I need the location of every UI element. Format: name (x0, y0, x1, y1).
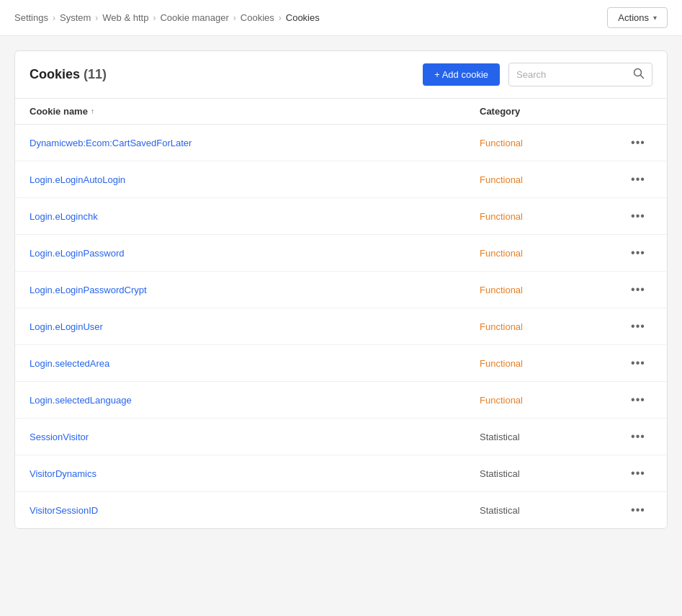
row-more-button[interactable]: ••• (627, 135, 650, 151)
row-more-button[interactable]: ••• (627, 171, 650, 187)
cookie-name-link[interactable]: Login.eLoginPasswordCrypt (30, 285, 147, 295)
card-count: (11) (84, 67, 107, 81)
cell-row-actions: ••• (624, 318, 652, 334)
add-cookie-button[interactable]: + Add cookie (423, 63, 500, 86)
column-name-label: Cookie name (30, 106, 88, 117)
cell-cookie-name: Dynamicweb:Ecom:CartSavedForLater (30, 138, 480, 148)
cell-row-actions: ••• (624, 429, 652, 445)
table-row: Login.selectedArea Functional ••• (15, 345, 667, 382)
cell-cookie-name: Login.eLoginPassword (30, 248, 480, 259)
row-more-button[interactable]: ••• (627, 465, 650, 481)
row-more-button[interactable]: ••• (627, 282, 650, 298)
cell-category: Functional (480, 174, 624, 185)
cell-category: Statistical (480, 505, 624, 516)
cookie-name-link[interactable]: VisitorSessionID (30, 505, 98, 516)
breadcrumb-cookies-parent[interactable]: Cookies (241, 12, 274, 23)
cell-cookie-name: SessionVisitor (30, 432, 480, 442)
search-button[interactable] (633, 68, 645, 81)
cookie-name-link[interactable]: Login.eLoginUser (30, 321, 103, 332)
card-title-text: Cookies (30, 67, 80, 81)
row-more-button[interactable]: ••• (627, 355, 650, 371)
row-more-button[interactable]: ••• (627, 392, 650, 408)
cell-category: Statistical (480, 432, 624, 442)
row-more-button[interactable]: ••• (627, 318, 650, 334)
chevron-down-icon: ▾ (653, 14, 657, 22)
actions-button[interactable]: Actions ▾ (607, 7, 668, 28)
search-input[interactable] (516, 69, 627, 80)
cell-row-actions: ••• (624, 208, 652, 224)
table-row: Login.selectedLanguage Functional ••• (15, 382, 667, 419)
cookie-name-link[interactable]: Login.selectedArea (30, 358, 109, 369)
cell-category: Functional (480, 138, 624, 148)
card-title: Cookies (11) (30, 67, 107, 82)
cell-cookie-name: Login.eLoginchk (30, 211, 480, 222)
cookies-card: Cookies (11) + Add cookie (14, 50, 668, 529)
breadcrumb-cookies-active: Cookies (286, 12, 320, 23)
column-header-category: Category (480, 106, 624, 117)
cell-category: Functional (480, 358, 624, 369)
cell-cookie-name: VisitorDynamics (30, 468, 480, 479)
breadcrumb-web-http[interactable]: Web & http (102, 12, 148, 23)
svg-line-1 (641, 76, 644, 79)
table-row: Login.eLoginPassword Functional ••• (15, 235, 667, 272)
cookie-name-link[interactable]: VisitorDynamics (30, 468, 97, 479)
breadcrumb-sep-3: › (153, 13, 156, 23)
cell-category: Functional (480, 211, 624, 222)
cell-cookie-name: Login.selectedLanguage (30, 395, 480, 406)
cell-category: Functional (480, 321, 624, 332)
cell-cookie-name: Login.selectedArea (30, 358, 480, 369)
breadcrumb-sep-4: › (233, 13, 236, 23)
cookie-name-link[interactable]: SessionVisitor (30, 432, 89, 442)
cell-category: Functional (480, 285, 624, 295)
search-icon (633, 68, 645, 81)
cell-category: Functional (480, 395, 624, 406)
column-header-name[interactable]: Cookie name ↑ (30, 106, 480, 117)
cell-row-actions: ••• (624, 502, 652, 518)
card-header: Cookies (11) + Add cookie (15, 51, 667, 99)
breadcrumb-system[interactable]: System (60, 12, 91, 23)
cookie-name-link[interactable]: Login.selectedLanguage (30, 395, 132, 406)
row-more-button[interactable]: ••• (627, 502, 650, 518)
table-header: Cookie name ↑ Category (15, 99, 667, 125)
breadcrumb-sep-2: › (95, 13, 98, 23)
cell-cookie-name: Login.eLoginUser (30, 321, 480, 332)
cell-category: Statistical (480, 468, 624, 479)
cookie-name-link[interactable]: Login.eLoginAutoLogin (30, 174, 125, 185)
row-more-button[interactable]: ••• (627, 245, 650, 261)
actions-label: Actions (618, 12, 649, 23)
row-more-button[interactable]: ••• (627, 429, 650, 445)
row-more-button[interactable]: ••• (627, 208, 650, 224)
cookie-name-link[interactable]: Login.eLoginchk (30, 211, 98, 222)
table-body: Dynamicweb:Ecom:CartSavedForLater Functi… (15, 125, 667, 528)
breadcrumb-settings[interactable]: Settings (14, 12, 48, 23)
search-wrapper (508, 63, 652, 86)
cell-row-actions: ••• (624, 171, 652, 187)
breadcrumb-sep-1: › (53, 13, 55, 23)
cell-row-actions: ••• (624, 465, 652, 481)
cookies-table: Cookie name ↑ Category Dynamicweb:Ecom:C… (15, 99, 667, 528)
cell-cookie-name: Login.eLoginAutoLogin (30, 174, 480, 185)
table-row: VisitorSessionID Statistical ••• (15, 492, 667, 528)
cell-cookie-name: Login.eLoginPasswordCrypt (30, 285, 480, 295)
table-row: Login.eLoginchk Functional ••• (15, 198, 667, 235)
sort-icon: ↑ (91, 107, 94, 115)
cell-cookie-name: VisitorSessionID (30, 505, 480, 516)
breadcrumb: Settings › System › Web & http › Cookie … (14, 12, 320, 23)
table-row: SessionVisitor Statistical ••• (15, 419, 667, 455)
breadcrumb-sep-5: › (279, 13, 282, 23)
cell-row-actions: ••• (624, 245, 652, 261)
top-bar: Settings › System › Web & http › Cookie … (0, 0, 682, 36)
cell-row-actions: ••• (624, 282, 652, 298)
cell-row-actions: ••• (624, 392, 652, 408)
main-content: Cookies (11) + Add cookie (0, 36, 682, 616)
cookie-name-link[interactable]: Login.eLoginPassword (30, 248, 125, 259)
breadcrumb-cookie-manager[interactable]: Cookie manager (160, 12, 228, 23)
table-row: VisitorDynamics Statistical ••• (15, 455, 667, 492)
table-row: Login.eLoginUser Functional ••• (15, 308, 667, 345)
cookie-name-link[interactable]: Dynamicweb:Ecom:CartSavedForLater (30, 138, 192, 148)
table-row: Login.eLoginPasswordCrypt Functional ••• (15, 272, 667, 308)
table-row: Login.eLoginAutoLogin Functional ••• (15, 161, 667, 198)
cell-category: Functional (480, 248, 624, 259)
table-row: Dynamicweb:Ecom:CartSavedForLater Functi… (15, 125, 667, 161)
header-actions: + Add cookie (423, 63, 652, 86)
